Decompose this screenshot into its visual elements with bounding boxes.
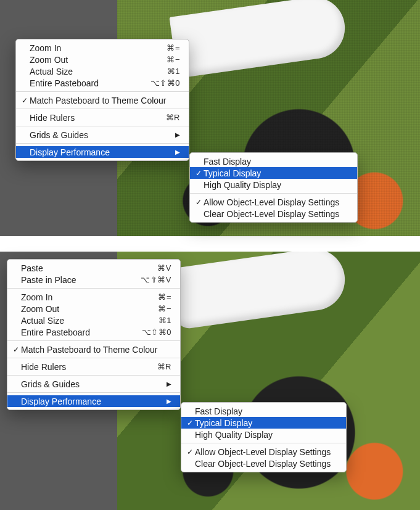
checkmark-icon: ✓ [20, 96, 30, 105]
submenu-fast-display[interactable]: Fast Display [190, 155, 357, 167]
menu-separator [181, 443, 346, 443]
menu-item-shortcut: ⌘1 [167, 67, 180, 76]
menu-match-pasteboard[interactable]: ✓ Match Pasteboard to Theme Colour [16, 94, 189, 106]
menu-item-label: High Quality Display [204, 180, 348, 190]
menu-item-label: Typical Display [204, 168, 348, 178]
submenu-arrow-icon: ▶ [167, 380, 171, 387]
menu-item-label: Clear Object-Level Display Settings [195, 459, 337, 469]
menu-item-label: Entire Pasteboard [30, 78, 136, 88]
context-menu-top[interactable]: Zoom In ⌘= Zoom Out ⌘− Actual Size ⌘1 En… [15, 39, 189, 161]
menu-item-shortcut: ⌘R [166, 113, 180, 122]
checkmark-icon: ✓ [185, 419, 195, 427]
submenu-high-quality-display[interactable]: High Quality Display [190, 179, 357, 191]
menu-hide-rulers[interactable]: Hide Rulers ⌘R [16, 112, 189, 123]
menu-separator [7, 358, 180, 358]
menu-item-label: Zoom In [30, 43, 152, 53]
menu-item-shortcut: ⌘− [158, 304, 171, 313]
menu-entire-pasteboard[interactable]: Entire Pasteboard ⌥⇧⌘0 [16, 77, 189, 89]
menu-item-shortcut: ⌥⇧⌘0 [150, 78, 180, 88]
menu-zoom-in[interactable]: Zoom In ⌘= [16, 42, 189, 54]
menu-paste[interactable]: Paste ⌘V [7, 262, 180, 274]
menu-separator [16, 91, 189, 92]
menu-grids-guides[interactable]: Grids & Guides ▶ [7, 378, 180, 390]
menu-item-label: Display Performance [21, 397, 152, 406]
submenu-typical-display[interactable]: ✓ Typical Display [181, 417, 346, 429]
menu-item-shortcut: ⌥⇧⌘V [141, 275, 171, 284]
menu-separator [16, 126, 189, 126]
menu-match-pasteboard[interactable]: ✓ Match Pasteboard to Theme Colour [7, 343, 180, 355]
menu-item-label: Hide Rulers [21, 362, 142, 372]
context-menu-bottom[interactable]: Paste ⌘V Paste in Place ⌥⇧⌘V Zoom In ⌘= … [7, 259, 181, 410]
menu-item-label: Actual Size [30, 67, 152, 76]
submenu-allow-object-level[interactable]: ✓ Allow Object-Level Display Settings [190, 196, 357, 208]
submenu-arrow-icon: ▶ [175, 131, 180, 138]
menu-item-label: Clear Object-Level Display Settings [204, 209, 348, 219]
menu-item-label: Zoom Out [21, 304, 143, 314]
submenu-high-quality-display[interactable]: High Quality Display [181, 429, 346, 440]
menu-zoom-out[interactable]: Zoom Out ⌘− [7, 303, 180, 315]
menu-item-label: Hide Rulers [30, 113, 151, 123]
menu-item-label: Match Pasteboard to Theme Colour [30, 96, 180, 105]
checkmark-icon: ✓ [194, 198, 204, 207]
menu-item-shortcut: ⌥⇧⌘0 [142, 327, 171, 337]
menu-separator [16, 143, 189, 144]
checkmark-icon: ✓ [185, 448, 195, 456]
menu-item-shortcut: ⌘R [157, 362, 171, 371]
menu-item-label: Allow Object-Level Display Settings [195, 447, 337, 457]
menu-item-label: Zoom In [21, 292, 143, 302]
menu-item-label: Entire Pasteboard [21, 327, 127, 337]
menu-item-shortcut: ⌘1 [159, 316, 171, 325]
menu-grids-guides[interactable]: Grids & Guides ▶ [16, 129, 189, 141]
submenu-clear-object-level[interactable]: Clear Object-Level Display Settings [190, 208, 357, 220]
submenu-fast-display[interactable]: Fast Display [181, 405, 346, 417]
menu-separator [7, 375, 180, 376]
menu-item-label: Paste in Place [21, 275, 126, 285]
menu-item-label: Allow Object-Level Display Settings [204, 197, 348, 207]
menu-separator [190, 193, 357, 194]
checkmark-icon: ✓ [194, 169, 204, 178]
menu-separator [7, 392, 180, 393]
menu-item-label: Grids & Guides [30, 130, 160, 140]
submenu-allow-object-level[interactable]: ✓ Allow Object-Level Display Settings [181, 446, 346, 458]
menu-item-label: Actual Size [21, 316, 144, 326]
menu-item-label: Match Pasteboard to Theme Colour [21, 345, 171, 355]
menu-item-shortcut: ⌘− [167, 55, 180, 64]
comparison-divider [0, 236, 420, 252]
menu-item-label: Display Performance [30, 147, 160, 157]
menu-item-label: Grids & Guides [21, 379, 152, 389]
submenu-arrow-icon: ▶ [167, 398, 171, 405]
menu-paste-in-place[interactable]: Paste in Place ⌥⇧⌘V [7, 274, 180, 286]
menu-actual-size[interactable]: Actual Size ⌘1 [16, 65, 189, 77]
menu-item-shortcut: ⌘= [167, 43, 180, 52]
menu-item-label: Paste [21, 263, 142, 273]
menu-item-label: High Quality Display [195, 430, 337, 440]
submenu-arrow-icon: ▶ [175, 149, 180, 155]
menu-separator [16, 109, 189, 109]
menu-entire-pasteboard[interactable]: Entire Pasteboard ⌥⇧⌘0 [7, 326, 180, 338]
menu-display-performance[interactable]: Display Performance ▶ [7, 395, 180, 407]
submenu-clear-object-level[interactable]: Clear Object-Level Display Settings [181, 458, 346, 469]
submenu-display-performance-top[interactable]: Fast Display ✓ Typical Display High Qual… [189, 152, 358, 223]
submenu-display-performance-bottom[interactable]: Fast Display ✓ Typical Display High Qual… [181, 402, 347, 472]
submenu-typical-display[interactable]: ✓ Typical Display [190, 167, 357, 179]
menu-actual-size[interactable]: Actual Size ⌘1 [7, 315, 180, 326]
menu-separator [7, 288, 180, 289]
menu-hide-rulers[interactable]: Hide Rulers ⌘R [7, 361, 180, 372]
menu-item-label: Fast Display [195, 406, 337, 416]
menu-item-shortcut: ⌘= [158, 292, 171, 302]
menu-zoom-in[interactable]: Zoom In ⌘= [7, 291, 180, 303]
menu-item-label: Typical Display [195, 418, 337, 428]
menu-item-label: Zoom Out [30, 55, 152, 65]
checkmark-icon: ✓ [11, 345, 21, 354]
menu-item-shortcut: ⌘V [157, 263, 171, 273]
menu-item-label: Fast Display [204, 157, 348, 167]
menu-display-performance[interactable]: Display Performance ▶ [16, 146, 189, 158]
menu-zoom-out[interactable]: Zoom Out ⌘− [16, 54, 189, 65]
menu-separator [7, 340, 180, 341]
